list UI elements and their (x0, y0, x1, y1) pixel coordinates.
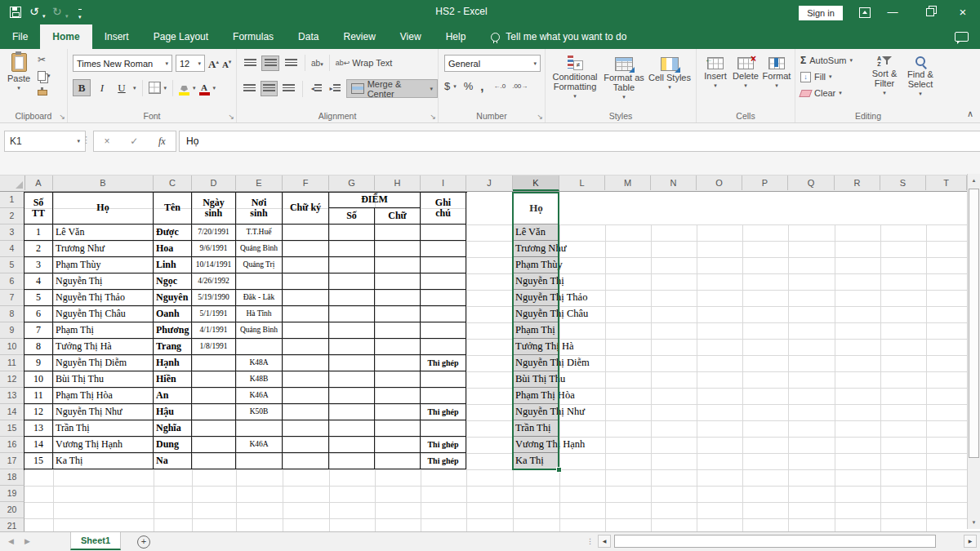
cell-E3[interactable]: T.T.Huế (236, 224, 283, 241)
new-sheet-button[interactable]: + (137, 535, 150, 549)
row-header-20[interactable]: 20 (0, 502, 24, 518)
cell-E7[interactable]: Đăk - Lăk (236, 290, 283, 306)
cell-I5[interactable] (421, 257, 466, 273)
column-header-A[interactable]: A (24, 176, 53, 190)
copy-button[interactable]: ▾ (38, 70, 51, 82)
cell-G10[interactable] (329, 339, 375, 355)
cell-E4[interactable]: Quảng Bình (236, 241, 283, 257)
font-family-select[interactable]: Times New Roman▾ (73, 55, 172, 72)
cell-A10[interactable]: 8 (24, 339, 53, 355)
find-select-button[interactable]: Find & Select▾ (903, 56, 938, 97)
cell-D11[interactable] (192, 355, 236, 371)
cell-D15[interactable] (192, 420, 236, 437)
column-header-K[interactable]: K (513, 176, 559, 191)
cell-D6[interactable]: 4/26/1992 (192, 273, 236, 290)
row-header-14[interactable]: 14 (0, 404, 24, 420)
vertical-scroll-thumb[interactable] (969, 189, 979, 458)
tab-view[interactable]: View (388, 24, 434, 49)
align-left-button[interactable] (242, 82, 257, 96)
currency-dropdown-icon[interactable]: ▾ (453, 83, 457, 90)
cell-K13[interactable]: Phạm Thị Hòa (513, 388, 559, 404)
row-header-11[interactable]: 11 (0, 355, 24, 371)
cell-K15[interactable]: Trần Thị (513, 420, 559, 437)
format-cells-button[interactable]: Format▾ (762, 57, 791, 89)
cut-button[interactable]: ✂ (38, 54, 46, 65)
cell-I9[interactable] (421, 322, 466, 339)
percent-button[interactable]: % (464, 80, 474, 92)
cell-D12[interactable] (192, 371, 236, 388)
cell-I17[interactable]: Thi ghép (421, 453, 466, 469)
cell-D14[interactable] (192, 404, 236, 420)
column-header-L[interactable]: L (559, 176, 605, 190)
select-all-corner[interactable] (0, 176, 25, 190)
column-header-G[interactable]: G (329, 176, 375, 190)
row-header-13[interactable]: 13 (0, 388, 24, 404)
cell-styles-button[interactable]: Cell Styles▾ (648, 57, 691, 91)
cell-C7[interactable]: Nguyên (154, 290, 192, 306)
cell-F13[interactable] (283, 388, 329, 404)
cell-K1[interactable]: Họ (513, 192, 559, 224)
cell-G9[interactable] (329, 322, 375, 339)
cell-A8[interactable]: 6 (24, 306, 53, 322)
cell-B9[interactable]: Phạm Thị (53, 322, 154, 339)
cell-B3[interactable]: Lê Văn (53, 224, 154, 241)
cell-F11[interactable] (283, 355, 329, 371)
cell-G6[interactable] (329, 273, 375, 290)
cell-E10[interactable] (236, 339, 283, 355)
cell-A12[interactable]: 10 (24, 371, 53, 388)
cell-F4[interactable] (283, 241, 329, 257)
column-header-I[interactable]: I (421, 176, 466, 190)
cell-G16[interactable] (329, 437, 375, 453)
font-dialog-launcher-icon[interactable]: ↘ (228, 113, 234, 121)
tab-review[interactable]: Review (331, 24, 387, 49)
cell-C5[interactable]: Linh (154, 257, 192, 273)
cell-I7[interactable] (421, 290, 466, 306)
header-cell-ho[interactable]: Họ (53, 192, 154, 224)
fill-button[interactable]: ↓ Fill▾ (800, 70, 853, 83)
header-cell-diem-chu[interactable]: Chữ (375, 208, 421, 224)
cell-K5[interactable]: Phạm Thùy (513, 257, 559, 273)
shrink-font-button[interactable]: A▾ (222, 58, 231, 69)
horizontal-scrollbar[interactable] (612, 535, 962, 549)
cell-B16[interactable]: Vương Thị Hạnh (53, 437, 154, 453)
fill-handle[interactable] (556, 467, 562, 473)
sort-filter-button[interactable]: AZ Sort & Filter▾ (867, 56, 902, 96)
tab-splitter-grip[interactable]: ⋮ (586, 537, 594, 545)
clear-button[interactable]: Clear▾ (800, 87, 853, 100)
cell-K10[interactable]: Tưởng Thị Hà (513, 339, 559, 355)
next-sheet-icon[interactable]: ▶ (24, 537, 30, 545)
cell-E12[interactable]: K48B (236, 371, 283, 388)
tell-me-box[interactable]: Tell me what you want to do (491, 24, 626, 49)
cell-F14[interactable] (283, 404, 329, 420)
cell-B15[interactable]: Trần Thị (53, 420, 154, 437)
borders-icon[interactable] (149, 82, 161, 94)
bold-button[interactable]: B (73, 79, 91, 96)
cell-F8[interactable] (283, 306, 329, 322)
confirm-entry-icon[interactable]: ✓ (130, 136, 138, 147)
grow-font-button[interactable]: A▴ (208, 58, 219, 69)
currency-button[interactable]: $ (444, 80, 450, 92)
cell-G5[interactable] (329, 257, 375, 273)
cell-B4[interactable]: Trương Như (53, 241, 154, 257)
cell-K12[interactable]: Bùi Thị Thu (513, 371, 559, 388)
formula-input[interactable]: Họ (179, 131, 980, 152)
header-cell-so-tt[interactable]: Số TT (24, 192, 53, 224)
decrease-indent-button[interactable]: ◂ (309, 82, 324, 96)
cell-I6[interactable] (421, 273, 466, 290)
cell-B17[interactable]: Ka Thị (53, 453, 154, 469)
cell-F7[interactable] (283, 290, 329, 306)
cell-H3[interactable] (375, 224, 421, 241)
cell-C17[interactable]: Na (154, 453, 192, 469)
worksheet[interactable]: 123456789101112131415161718192021Số TTHọ… (0, 192, 967, 531)
cell-A9[interactable]: 7 (24, 322, 53, 339)
cell-H8[interactable] (375, 306, 421, 322)
increase-indent-button[interactable]: ▸ (327, 82, 343, 96)
scroll-down-icon[interactable]: ▼ (968, 516, 980, 529)
insert-function-icon[interactable]: fx (158, 136, 166, 148)
header-cell-chu-ky[interactable]: Chữ ký (283, 192, 329, 224)
cell-K16[interactable]: Vương Thị Hạnh (513, 437, 559, 453)
cell-C15[interactable]: Nghĩa (154, 420, 192, 437)
row-header-3[interactable]: 3 (0, 224, 24, 241)
cell-F3[interactable] (283, 224, 329, 241)
cell-D4[interactable]: 9/6/1991 (192, 241, 236, 257)
